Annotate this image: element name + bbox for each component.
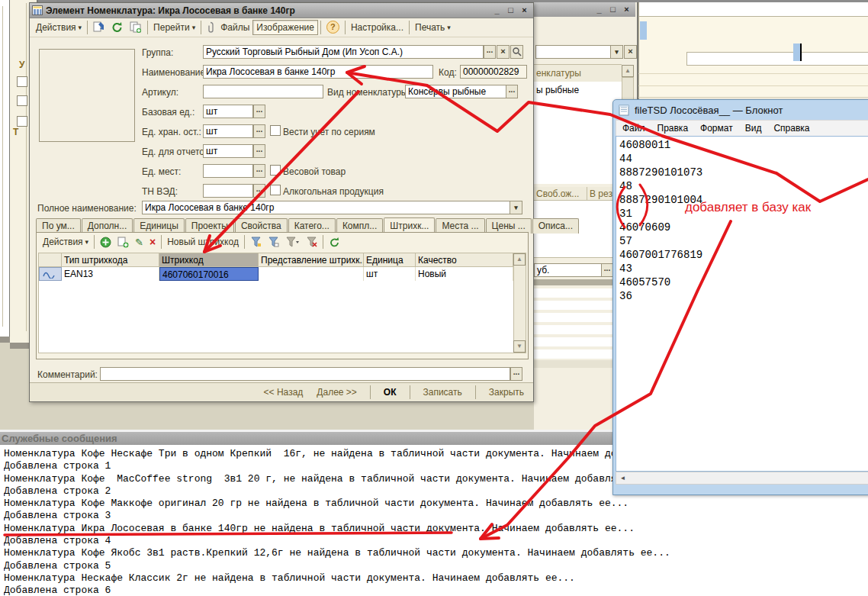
edit-row-button[interactable]: ✎: [132, 235, 146, 250]
full-name-dropdown-button[interactable]: ▾: [510, 201, 522, 214]
table-scrollbar[interactable]: [513, 253, 526, 353]
bg-grid-row[interactable]: ы рыбные: [534, 82, 622, 99]
filter-history-icon-button[interactable]: [282, 235, 303, 249]
image-button[interactable]: Изображение: [252, 20, 318, 35]
kind-ellipsis-button[interactable]: ...: [506, 85, 518, 98]
base-unit-input[interactable]: шт: [203, 105, 253, 118]
new-barcode-button[interactable]: Новый штрихкод: [164, 235, 242, 249]
back-button[interactable]: << Назад: [261, 385, 307, 399]
left-panel-checkbox-2[interactable]: [17, 95, 27, 106]
row-quality-cell[interactable]: Новый: [416, 267, 513, 281]
tab-tseny[interactable]: Цены ...: [486, 218, 532, 234]
tab-kategorii[interactable]: Катего...: [288, 218, 336, 234]
actions-menu-button[interactable]: Действия▾: [33, 21, 85, 34]
minimize-button[interactable]: _: [491, 5, 503, 16]
notepad-menu-item[interactable]: Справка: [773, 123, 809, 134]
col-type-header[interactable]: Тип штрихкода: [62, 253, 159, 267]
bg-combo-clear-button[interactable]: ×: [624, 45, 637, 59]
refresh-icon-button[interactable]: [108, 20, 127, 34]
tab-edinitsy[interactable]: Единицы: [133, 218, 185, 234]
tab-po-umolchaniyu[interactable]: По ум...: [36, 218, 81, 234]
alcohol-checkbox[interactable]: [270, 185, 281, 195]
bg-maximize-button[interactable]: □: [607, 5, 619, 15]
filter-set-icon-button[interactable]: [247, 235, 265, 249]
goto-menu-button[interactable]: Перейти▾: [150, 21, 198, 34]
next-button[interactable]: Далее >>: [313, 385, 360, 399]
left-panel-checkbox-1[interactable]: [17, 76, 27, 87]
comment-ellipsis-button[interactable]: ...: [510, 367, 522, 381]
notepad-menu-item[interactable]: Вид: [745, 123, 762, 134]
add-row-button[interactable]: [97, 235, 114, 250]
series-checkbox[interactable]: [270, 125, 281, 136]
report-unit-ellipsis-button[interactable]: ...: [253, 144, 265, 158]
print-menu-button[interactable]: Печать▾: [412, 21, 454, 34]
close-button[interactable]: ×: [519, 5, 530, 16]
bg-right-input[interactable]: [686, 52, 868, 66]
group-clear-button[interactable]: ×: [497, 45, 510, 59]
row-barcode-cell[interactable]: 4607060170016: [159, 267, 259, 281]
left-panel-checkbox-3[interactable]: [17, 116, 27, 127]
weight-checkbox[interactable]: [270, 165, 281, 176]
files-button[interactable]: Файлы: [217, 21, 252, 34]
tab-mesta[interactable]: Места ...: [436, 218, 484, 234]
tab-shtrikhkody[interactable]: Штрихк...: [384, 217, 435, 234]
barcode-actions-menu-button[interactable]: Действия▾: [40, 235, 92, 249]
tab-proekty[interactable]: Проекты: [185, 218, 234, 234]
tab-dopolnitelnye[interactable]: Дополн...: [82, 218, 133, 234]
copy-icon-button[interactable]: [127, 20, 145, 34]
settings-button[interactable]: Настройка...: [348, 21, 407, 34]
bg-currency-input[interactable]: уб.: [534, 263, 603, 277]
notepad-hscrollbar[interactable]: ◄: [616, 472, 868, 485]
refresh-list-icon-button[interactable]: [326, 235, 343, 250]
base-unit-ellipsis-button[interactable]: ...: [253, 105, 265, 118]
comment-input[interactable]: [100, 367, 510, 381]
ok-button[interactable]: ОК: [381, 385, 400, 399]
name-input[interactable]: Икра Лососевая в банке 140гр: [203, 65, 433, 79]
group-input[interactable]: Русский Торговый Рыбный Дом (Ип Усоп С.А…: [203, 45, 484, 59]
write-button[interactable]: Записать: [420, 385, 465, 399]
item-picture-box[interactable]: [39, 49, 135, 142]
row-unit-cell[interactable]: шт: [364, 267, 416, 281]
reread-icon-button[interactable]: [90, 20, 108, 34]
copy-row-button[interactable]: [114, 235, 132, 250]
dialog-titlebar[interactable]: Элемент Номенклатура: Икра Лососевая в б…: [30, 3, 533, 18]
place-unit-ellipsis-button[interactable]: ...: [253, 164, 265, 178]
table-scroll-down[interactable]: ▼: [513, 340, 526, 353]
bg-search-combo[interactable]: [535, 45, 612, 59]
storage-unit-ellipsis-button[interactable]: ...: [253, 124, 265, 138]
notepad-menu-item[interactable]: Правка: [657, 123, 689, 134]
col-quality-header[interactable]: Качество: [416, 253, 513, 267]
notepad-menu-item[interactable]: Формат: [700, 123, 733, 134]
maximize-button[interactable]: □: [505, 5, 516, 16]
group-ellipsis-button[interactable]: ...: [484, 45, 496, 59]
report-unit-input[interactable]: шт: [203, 144, 253, 158]
row-icon-cell[interactable]: [39, 267, 62, 281]
scroll-left-arrow[interactable]: ◄: [616, 472, 629, 484]
bg-close-button[interactable]: ×: [621, 5, 632, 15]
tnved-input[interactable]: [203, 184, 253, 198]
col-barcode-header[interactable]: Штрихкод: [159, 253, 259, 267]
tab-opisanie[interactable]: Описа...: [532, 218, 579, 234]
filter-quick-icon-button[interactable]: [265, 235, 282, 249]
group-search-button[interactable]: [510, 45, 523, 59]
code-input[interactable]: 00000002829: [460, 65, 527, 79]
article-input[interactable]: [203, 85, 323, 98]
bg-combo-dropdown-button[interactable]: ▾: [610, 45, 623, 59]
close-dialog-button[interactable]: Закрыть: [486, 385, 527, 399]
tab-svoystva[interactable]: Свойства: [235, 218, 288, 234]
help-icon-button[interactable]: ?: [323, 19, 342, 35]
storage-unit-input[interactable]: шт: [203, 124, 253, 138]
kind-input[interactable]: Консервы рыбные: [405, 85, 507, 98]
bg-grid-scroll-up[interactable]: ▲: [622, 65, 634, 77]
row-type-cell[interactable]: EAN13: [62, 267, 159, 281]
bg-currency-ellipsis-button[interactable]: ...: [601, 263, 613, 277]
row-presentation-cell[interactable]: [259, 267, 364, 281]
full-name-input[interactable]: Икра Лососевая в банке 140гр: [142, 201, 510, 214]
tnved-ellipsis-button[interactable]: ...: [253, 184, 265, 198]
notepad-titlebar[interactable]: fileTSD Лососёвая__ — Блокнот: [613, 100, 868, 120]
delete-row-button[interactable]: ×: [146, 234, 159, 250]
bg-minimize-button[interactable]: _: [593, 5, 605, 15]
place-unit-input[interactable]: [203, 164, 253, 178]
bg-col-free-header[interactable]: Своб.ож...: [534, 187, 587, 201]
filter-clear-icon-button[interactable]: [303, 235, 320, 249]
